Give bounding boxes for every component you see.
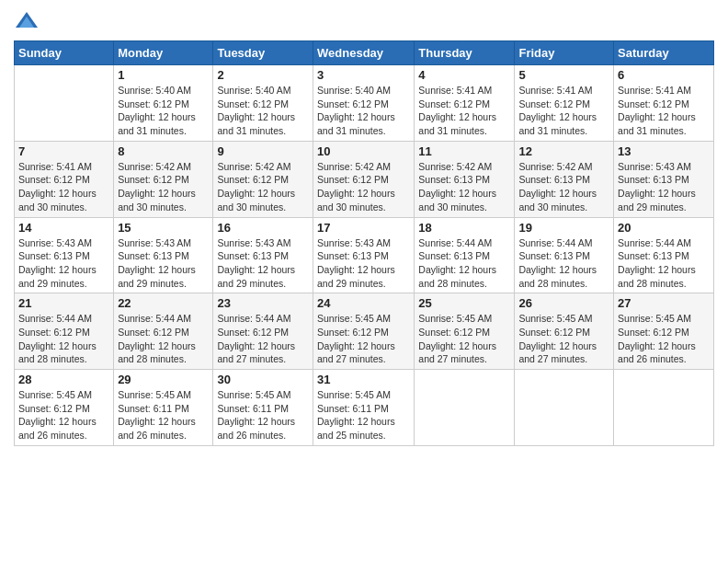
day-info: Sunrise: 5:42 AMSunset: 6:12 PMDaylight:… xyxy=(317,160,410,214)
day-number: 8 xyxy=(118,144,209,158)
day-info: Sunrise: 5:45 AMSunset: 6:11 PMDaylight:… xyxy=(317,388,410,442)
day-number: 10 xyxy=(317,144,410,158)
calendar-cell xyxy=(515,370,614,446)
day-info: Sunrise: 5:43 AMSunset: 6:13 PMDaylight:… xyxy=(18,236,109,291)
day-number: 2 xyxy=(217,68,309,82)
day-info: Sunrise: 5:45 AMSunset: 6:12 PMDaylight:… xyxy=(317,312,410,366)
calendar-week-row: 1Sunrise: 5:40 AMSunset: 6:12 PMDaylight… xyxy=(15,65,714,142)
day-number: 11 xyxy=(418,144,510,158)
day-number: 31 xyxy=(317,373,410,386)
day-info: Sunrise: 5:40 AMSunset: 6:12 PMDaylight:… xyxy=(317,84,410,138)
day-info: Sunrise: 5:45 AMSunset: 6:12 PMDaylight:… xyxy=(418,312,510,366)
col-thursday: Thursday xyxy=(415,41,515,65)
calendar-week-row: 28Sunrise: 5:45 AMSunset: 6:12 PMDayligh… xyxy=(15,370,714,446)
header xyxy=(14,9,714,35)
day-number: 3 xyxy=(317,68,410,82)
calendar-cell: 10Sunrise: 5:42 AMSunset: 6:12 PMDayligh… xyxy=(313,141,415,217)
calendar-cell: 17Sunrise: 5:43 AMSunset: 6:13 PMDayligh… xyxy=(313,217,415,293)
day-info: Sunrise: 5:44 AMSunset: 6:12 PMDaylight:… xyxy=(18,312,109,366)
day-info: Sunrise: 5:44 AMSunset: 6:13 PMDaylight:… xyxy=(418,236,510,291)
day-number: 4 xyxy=(418,68,510,82)
day-info: Sunrise: 5:41 AMSunset: 6:12 PMDaylight:… xyxy=(518,84,609,138)
calendar-cell: 30Sunrise: 5:45 AMSunset: 6:11 PMDayligh… xyxy=(213,370,313,446)
col-friday: Friday xyxy=(515,41,614,65)
day-number: 20 xyxy=(618,221,710,235)
calendar-header-row: Sunday Monday Tuesday Wednesday Thursday… xyxy=(15,41,714,65)
calendar-cell: 28Sunrise: 5:45 AMSunset: 6:12 PMDayligh… xyxy=(15,370,114,446)
calendar-cell xyxy=(614,370,714,446)
day-number: 21 xyxy=(18,296,109,310)
day-info: Sunrise: 5:42 AMSunset: 6:12 PMDaylight:… xyxy=(217,160,309,214)
logo xyxy=(14,9,43,35)
day-info: Sunrise: 5:42 AMSunset: 6:12 PMDaylight:… xyxy=(118,160,209,214)
col-sunday: Sunday xyxy=(15,41,114,65)
day-number: 26 xyxy=(518,296,609,310)
calendar-week-row: 21Sunrise: 5:44 AMSunset: 6:12 PMDayligh… xyxy=(15,293,714,370)
col-saturday: Saturday xyxy=(614,41,714,65)
day-info: Sunrise: 5:44 AMSunset: 6:13 PMDaylight:… xyxy=(618,236,710,291)
logo-icon xyxy=(14,9,40,35)
calendar-week-row: 14Sunrise: 5:43 AMSunset: 6:13 PMDayligh… xyxy=(15,217,714,293)
day-info: Sunrise: 5:41 AMSunset: 6:12 PMDaylight:… xyxy=(418,84,510,138)
day-number: 27 xyxy=(618,296,710,310)
calendar-cell: 26Sunrise: 5:45 AMSunset: 6:12 PMDayligh… xyxy=(515,293,614,370)
calendar-cell: 3Sunrise: 5:40 AMSunset: 6:12 PMDaylight… xyxy=(313,65,415,142)
day-info: Sunrise: 5:43 AMSunset: 6:13 PMDaylight:… xyxy=(618,160,710,214)
calendar-cell: 29Sunrise: 5:45 AMSunset: 6:11 PMDayligh… xyxy=(114,370,213,446)
calendar-cell: 14Sunrise: 5:43 AMSunset: 6:13 PMDayligh… xyxy=(15,217,114,293)
day-info: Sunrise: 5:43 AMSunset: 6:13 PMDaylight:… xyxy=(317,236,410,291)
calendar-cell: 20Sunrise: 5:44 AMSunset: 6:13 PMDayligh… xyxy=(614,217,714,293)
day-info: Sunrise: 5:45 AMSunset: 6:12 PMDaylight:… xyxy=(518,312,609,366)
calendar-cell: 31Sunrise: 5:45 AMSunset: 6:11 PMDayligh… xyxy=(313,370,415,446)
day-info: Sunrise: 5:41 AMSunset: 6:12 PMDaylight:… xyxy=(618,84,710,138)
day-info: Sunrise: 5:40 AMSunset: 6:12 PMDaylight:… xyxy=(118,84,209,138)
calendar-table: Sunday Monday Tuesday Wednesday Thursday… xyxy=(14,40,714,446)
day-info: Sunrise: 5:41 AMSunset: 6:12 PMDaylight:… xyxy=(18,160,109,214)
day-info: Sunrise: 5:44 AMSunset: 6:12 PMDaylight:… xyxy=(118,312,209,366)
day-info: Sunrise: 5:45 AMSunset: 6:12 PMDaylight:… xyxy=(18,388,109,442)
calendar-cell: 25Sunrise: 5:45 AMSunset: 6:12 PMDayligh… xyxy=(415,293,515,370)
day-info: Sunrise: 5:43 AMSunset: 6:13 PMDaylight:… xyxy=(217,236,309,291)
calendar-cell: 2Sunrise: 5:40 AMSunset: 6:12 PMDaylight… xyxy=(213,65,313,142)
day-number: 17 xyxy=(317,221,410,235)
day-number: 14 xyxy=(18,221,109,235)
col-tuesday: Tuesday xyxy=(213,41,313,65)
calendar-cell: 1Sunrise: 5:40 AMSunset: 6:12 PMDaylight… xyxy=(114,65,213,142)
day-info: Sunrise: 5:45 AMSunset: 6:12 PMDaylight:… xyxy=(618,312,710,366)
calendar-cell: 11Sunrise: 5:42 AMSunset: 6:13 PMDayligh… xyxy=(415,141,515,217)
day-info: Sunrise: 5:45 AMSunset: 6:11 PMDaylight:… xyxy=(118,388,209,442)
day-number: 7 xyxy=(18,144,109,158)
calendar-cell: 18Sunrise: 5:44 AMSunset: 6:13 PMDayligh… xyxy=(415,217,515,293)
calendar-cell: 15Sunrise: 5:43 AMSunset: 6:13 PMDayligh… xyxy=(114,217,213,293)
day-number: 18 xyxy=(418,221,510,235)
calendar-page: Sunday Monday Tuesday Wednesday Thursday… xyxy=(0,0,728,563)
calendar-cell: 6Sunrise: 5:41 AMSunset: 6:12 PMDaylight… xyxy=(614,65,714,142)
day-info: Sunrise: 5:40 AMSunset: 6:12 PMDaylight:… xyxy=(217,84,309,138)
calendar-cell: 27Sunrise: 5:45 AMSunset: 6:12 PMDayligh… xyxy=(614,293,714,370)
calendar-cell: 24Sunrise: 5:45 AMSunset: 6:12 PMDayligh… xyxy=(313,293,415,370)
col-monday: Monday xyxy=(114,41,213,65)
calendar-cell: 21Sunrise: 5:44 AMSunset: 6:12 PMDayligh… xyxy=(15,293,114,370)
day-info: Sunrise: 5:45 AMSunset: 6:11 PMDaylight:… xyxy=(217,388,309,442)
day-number: 29 xyxy=(118,373,209,386)
day-info: Sunrise: 5:44 AMSunset: 6:12 PMDaylight:… xyxy=(217,312,309,366)
day-number: 30 xyxy=(217,373,309,386)
day-number: 19 xyxy=(518,221,609,235)
calendar-cell: 23Sunrise: 5:44 AMSunset: 6:12 PMDayligh… xyxy=(213,293,313,370)
day-info: Sunrise: 5:44 AMSunset: 6:13 PMDaylight:… xyxy=(518,236,609,291)
day-number: 23 xyxy=(217,296,309,310)
calendar-cell: 16Sunrise: 5:43 AMSunset: 6:13 PMDayligh… xyxy=(213,217,313,293)
calendar-cell: 4Sunrise: 5:41 AMSunset: 6:12 PMDaylight… xyxy=(415,65,515,142)
day-info: Sunrise: 5:42 AMSunset: 6:13 PMDaylight:… xyxy=(518,160,609,214)
day-number: 12 xyxy=(518,144,609,158)
day-number: 9 xyxy=(217,144,309,158)
calendar-cell: 19Sunrise: 5:44 AMSunset: 6:13 PMDayligh… xyxy=(515,217,614,293)
calendar-cell: 7Sunrise: 5:41 AMSunset: 6:12 PMDaylight… xyxy=(15,141,114,217)
calendar-cell: 22Sunrise: 5:44 AMSunset: 6:12 PMDayligh… xyxy=(114,293,213,370)
day-number: 1 xyxy=(118,68,209,82)
day-info: Sunrise: 5:42 AMSunset: 6:13 PMDaylight:… xyxy=(418,160,510,214)
calendar-cell: 13Sunrise: 5:43 AMSunset: 6:13 PMDayligh… xyxy=(614,141,714,217)
day-number: 6 xyxy=(618,68,710,82)
calendar-cell: 5Sunrise: 5:41 AMSunset: 6:12 PMDaylight… xyxy=(515,65,614,142)
calendar-cell xyxy=(415,370,515,446)
